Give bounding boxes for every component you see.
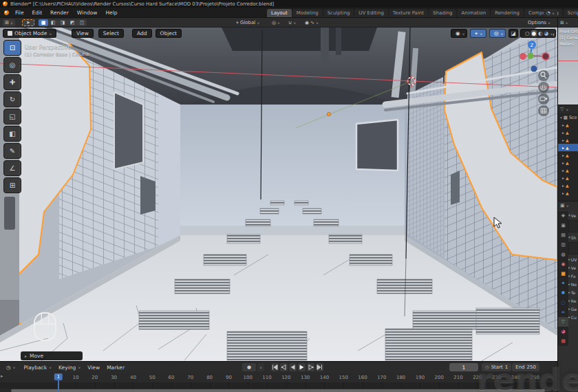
properties-section-no[interactable]: ▸No [568,280,578,288]
properties-tab-material[interactable]: ◕ [558,327,568,336]
timeline-collapse-arrow[interactable]: ▸ [1,373,3,379]
frame-end-field[interactable]: End 250 [512,363,539,371]
tab-modeling[interactable]: Modeling [292,9,323,17]
pan-button[interactable] [538,82,549,93]
show-gizmo-dropdown[interactable]: ◉ ∨ [451,29,467,38]
timeline-menu-keying[interactable]: Keying∨ [56,364,83,371]
jump-to-end-button[interactable] [316,363,323,371]
secondary-viewport[interactable]: Front Ortho (1) Corredo Meters [558,28,578,105]
shading-solid-button[interactable]: ● [531,30,537,36]
menu-edit[interactable]: Edit [29,9,46,17]
jump-to-start-button[interactable] [271,363,279,371]
properties-tab-object-data[interactable]: ▽ [558,317,568,327]
properties-section-uv[interactable]: ▸UV [568,255,578,263]
select-mode-intersect-button[interactable]: ◫ [77,19,87,26]
shading-wireframe-button[interactable]: ○ [525,30,530,36]
outliner-row[interactable]: ▸▲ [558,144,578,151]
prev-keyframe-button[interactable] [280,363,288,371]
pivot-point-dropdown[interactable]: ◎ ∨ [270,19,282,26]
overlays-toggle[interactable]: ◎ ∨ [489,29,506,38]
viewport-3d[interactable]: Z [0,28,557,361]
xray-toggle[interactable]: ◪ [509,29,518,38]
properties-section-re[interactable]: ▸Re [568,296,578,305]
properties-tab-particles[interactable]: ✱ [558,288,568,298]
tab-texture-paint[interactable]: Texture Paint [389,9,428,17]
timeline-editor-type-button[interactable]: ◷ ∨ [3,364,19,371]
menu-help[interactable]: Help [102,9,120,17]
viewport-menu-add[interactable]: Add [132,29,152,38]
properties-tab-render[interactable]: ▣ [558,221,568,230]
transform-orientation-dropdown[interactable]: ⌖ Global ∨ [234,19,261,26]
tool-scale-button[interactable]: ◱ [3,109,21,124]
record-button[interactable]: ● [242,363,256,371]
properties-section-ve[interactable]: ▸Ve [568,263,578,272]
properties-tab-world[interactable]: ◉ [558,259,568,269]
timeline-menu-view[interactable]: View [85,364,103,371]
select-mode-set-button[interactable]: ■ [39,19,48,26]
zoom-button[interactable] [538,70,549,81]
tab-sculpting[interactable]: Sculpting [323,9,354,17]
outliner-row[interactable]: ▸▲ [558,136,578,144]
outliner-row[interactable]: ▸▲ [558,182,578,189]
properties-tab-tool[interactable]: ✚ [558,211,568,221]
properties-tab-view-layer[interactable]: ▥ [558,240,568,250]
select-mode-subtract-button[interactable]: ◨ [58,19,67,26]
properties-tab-physics[interactable]: ◌ [558,298,568,307]
scene-selector[interactable]: ◔ ∨ [544,9,557,17]
menu-file[interactable]: File [12,9,28,17]
tab-layout[interactable]: Layout [267,9,292,17]
editor-type-button[interactable]: ⊞ ∨ [3,19,15,26]
select-mode-invert-button[interactable]: ◩ [67,19,77,26]
tool-rotate-button[interactable]: ↻ [3,91,21,107]
outliner-row[interactable]: ▸▲ [558,174,578,182]
camera-view-button[interactable] [538,94,549,105]
properties-section-te[interactable]: ▸Te [568,288,578,296]
gizmo-y-axis[interactable] [528,53,534,59]
sidebar-toggle-arrow[interactable]: ‹ [553,32,555,38]
tab-uv-editing[interactable]: UV Editing [354,9,388,17]
secondary-viewport-header[interactable]: ⊞ ∨ [558,18,578,28]
outliner-row[interactable]: ▸▲ [558,189,578,197]
next-keyframe-button[interactable] [307,363,314,371]
playhead-badge[interactable]: 1 [54,373,63,380]
properties-section-ve[interactable]: ▾Ve [568,211,578,219]
outliner-header[interactable]: ▽ ∨ [558,105,578,113]
viewport-menu-object[interactable]: Object [156,29,182,38]
properties-tab-object-constraints[interactable]: ∞ [558,307,568,317]
tab-scripting[interactable]: Scripting [564,9,578,17]
properties-tab-texture[interactable]: ▦ [558,336,568,346]
menu-render[interactable]: Render [47,9,72,17]
perspective-toggle-button[interactable] [538,105,549,116]
timeline-menu-playback[interactable]: Playback∨ [21,364,55,371]
timeline-ruler[interactable]: 1102030405060708090100110120130140150160… [0,373,557,382]
properties-tab-object[interactable]: ■ [558,269,568,279]
tool-transform-button[interactable]: ◧ [3,126,21,142]
properties-section-sh[interactable]: ▾Sh [568,233,578,241]
timeline-menu-marker[interactable]: Marker [104,364,127,371]
playhead-line[interactable] [58,380,59,392]
outliner-row[interactable]: ▸▲ [558,166,578,174]
properties-header[interactable]: ▣ ∨ [558,201,578,210]
proportional-editing-toggle[interactable]: ◉ ∿ ∨ [303,19,321,26]
blender-menu-icon[interactable] [4,10,9,15]
timeline-scrollbar[interactable] [11,389,545,392]
tool-move-button[interactable]: ✚ [3,74,21,90]
outliner-row[interactable]: ▸▲ [558,151,578,159]
outliner-row[interactable]: ▸▲ [558,129,578,136]
properties-tab-output[interactable]: ▤ [558,230,568,240]
viewport-menu-view[interactable]: View [72,29,94,38]
select-mode-extend-button[interactable]: ◧ [48,19,58,26]
timeline-tick-strip[interactable] [0,382,557,389]
outliner-scene-row[interactable]: ▾ ▦ Sce [558,113,578,121]
menu-window[interactable]: Window [74,9,101,17]
outliner-row[interactable]: ▸▲ [558,121,578,129]
gizmo-x-neg-axis[interactable] [542,53,549,60]
tool-measure-button[interactable]: ∠ [3,160,21,176]
tool-cursor-button[interactable]: ◎ [3,57,21,73]
snap-toggle[interactable]: ∪ ∨ [286,19,298,26]
tool-annotate-button[interactable]: ✎ [3,143,21,159]
outliner-row[interactable]: ▸▲ [558,159,578,166]
record-options-dropdown[interactable]: ∨ [257,363,264,371]
mode-dropdown[interactable]: Object Mode ∨ [3,29,56,38]
properties-section-cu[interactable]: ▸Cu [568,313,578,321]
